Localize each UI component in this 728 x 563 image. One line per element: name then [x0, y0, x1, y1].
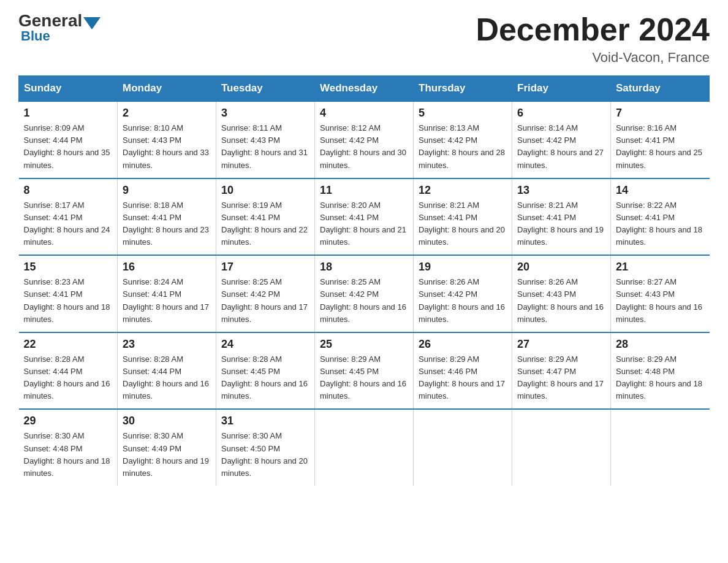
calendar-cell: 25 Sunrise: 8:29 AM Sunset: 4:45 PM Dayl… [315, 332, 414, 410]
day-info: Sunrise: 8:23 AM Sunset: 4:41 PM Dayligh… [24, 276, 113, 326]
day-number: 24 [221, 338, 309, 351]
title-area: December 2024 Void-Vacon, France [476, 12, 710, 66]
header-tuesday: Tuesday [216, 76, 315, 102]
calendar-cell: 31 Sunrise: 8:30 AM Sunset: 4:50 PM Dayl… [216, 409, 315, 486]
calendar-cell: 1 Sunrise: 8:09 AM Sunset: 4:44 PM Dayli… [19, 101, 118, 178]
day-info: Sunrise: 8:26 AM Sunset: 4:42 PM Dayligh… [419, 276, 507, 326]
calendar-cell: 12 Sunrise: 8:21 AM Sunset: 4:41 PM Dayl… [414, 178, 512, 256]
day-number: 2 [123, 107, 211, 120]
calendar-cell: 3 Sunrise: 8:11 AM Sunset: 4:43 PM Dayli… [216, 101, 315, 178]
calendar-cell: 20 Sunrise: 8:26 AM Sunset: 4:43 PM Dayl… [512, 255, 611, 332]
calendar-cell: 28 Sunrise: 8:29 AM Sunset: 4:48 PM Dayl… [611, 332, 710, 410]
day-number: 3 [221, 107, 309, 120]
day-number: 13 [517, 184, 605, 197]
calendar-cell: 16 Sunrise: 8:24 AM Sunset: 4:41 PM Dayl… [118, 255, 216, 332]
header-thursday: Thursday [414, 76, 512, 102]
calendar-cell: 26 Sunrise: 8:29 AM Sunset: 4:46 PM Dayl… [414, 332, 512, 410]
day-number: 26 [419, 338, 507, 351]
day-info: Sunrise: 8:25 AM Sunset: 4:42 PM Dayligh… [221, 276, 309, 326]
calendar-cell: 7 Sunrise: 8:16 AM Sunset: 4:41 PM Dayli… [611, 101, 710, 178]
day-info: Sunrise: 8:29 AM Sunset: 4:48 PM Dayligh… [616, 353, 705, 403]
day-number: 22 [24, 338, 113, 351]
calendar-cell: 10 Sunrise: 8:19 AM Sunset: 4:41 PM Dayl… [216, 178, 315, 256]
header: General Blue December 2024 Void-Vacon, F… [18, 12, 710, 66]
calendar-cell: 30 Sunrise: 8:30 AM Sunset: 4:49 PM Dayl… [118, 409, 216, 486]
day-number: 21 [616, 261, 705, 274]
day-number: 25 [320, 338, 408, 351]
day-info: Sunrise: 8:30 AM Sunset: 4:49 PM Dayligh… [123, 430, 211, 480]
day-number: 27 [517, 338, 605, 351]
day-number: 31 [221, 415, 309, 427]
calendar-cell [315, 409, 414, 486]
day-number: 12 [419, 184, 507, 197]
calendar-cell: 24 Sunrise: 8:28 AM Sunset: 4:45 PM Dayl… [216, 332, 315, 410]
day-info: Sunrise: 8:29 AM Sunset: 4:47 PM Dayligh… [517, 353, 605, 403]
day-info: Sunrise: 8:26 AM Sunset: 4:43 PM Dayligh… [517, 276, 605, 326]
calendar-cell [512, 409, 611, 486]
logo-general-text: General [18, 12, 82, 29]
day-info: Sunrise: 8:29 AM Sunset: 4:46 PM Dayligh… [419, 353, 507, 403]
header-wednesday: Wednesday [315, 76, 414, 102]
calendar-header: Sunday Monday Tuesday Wednesday Thursday… [19, 76, 710, 102]
logo-blue-text: Blue [18, 28, 50, 44]
calendar-cell: 5 Sunrise: 8:13 AM Sunset: 4:42 PM Dayli… [414, 101, 512, 178]
calendar-cell: 6 Sunrise: 8:14 AM Sunset: 4:42 PM Dayli… [512, 101, 611, 178]
day-number: 15 [24, 261, 113, 274]
day-info: Sunrise: 8:24 AM Sunset: 4:41 PM Dayligh… [123, 276, 211, 326]
day-number: 6 [517, 107, 605, 120]
day-number: 8 [24, 184, 113, 197]
day-number: 7 [616, 107, 705, 120]
day-number: 23 [123, 338, 211, 351]
day-number: 19 [419, 261, 507, 274]
day-info: Sunrise: 8:30 AM Sunset: 4:50 PM Dayligh… [221, 430, 309, 480]
calendar-cell: 9 Sunrise: 8:18 AM Sunset: 4:41 PM Dayli… [118, 178, 216, 256]
calendar-cell: 15 Sunrise: 8:23 AM Sunset: 4:41 PM Dayl… [19, 255, 118, 332]
day-info: Sunrise: 8:10 AM Sunset: 4:43 PM Dayligh… [123, 122, 211, 172]
calendar-cell: 21 Sunrise: 8:27 AM Sunset: 4:43 PM Dayl… [611, 255, 710, 332]
calendar-cell: 2 Sunrise: 8:10 AM Sunset: 4:43 PM Dayli… [118, 101, 216, 178]
calendar-cell: 23 Sunrise: 8:28 AM Sunset: 4:44 PM Dayl… [118, 332, 216, 410]
day-info: Sunrise: 8:09 AM Sunset: 4:44 PM Dayligh… [24, 122, 113, 172]
day-info: Sunrise: 8:13 AM Sunset: 4:42 PM Dayligh… [419, 122, 507, 172]
calendar-title: December 2024 [476, 12, 710, 47]
calendar-cell: 22 Sunrise: 8:28 AM Sunset: 4:44 PM Dayl… [19, 332, 118, 410]
day-info: Sunrise: 8:30 AM Sunset: 4:48 PM Dayligh… [24, 430, 113, 480]
day-number: 30 [123, 415, 211, 427]
calendar-cell: 29 Sunrise: 8:30 AM Sunset: 4:48 PM Dayl… [19, 409, 118, 486]
calendar-cell: 18 Sunrise: 8:25 AM Sunset: 4:42 PM Dayl… [315, 255, 414, 332]
day-info: Sunrise: 8:21 AM Sunset: 4:41 PM Dayligh… [419, 199, 507, 249]
day-info: Sunrise: 8:20 AM Sunset: 4:41 PM Dayligh… [320, 199, 408, 249]
day-info: Sunrise: 8:17 AM Sunset: 4:41 PM Dayligh… [24, 199, 113, 249]
day-number: 10 [221, 184, 309, 197]
day-info: Sunrise: 8:28 AM Sunset: 4:44 PM Dayligh… [123, 353, 211, 403]
day-info: Sunrise: 8:28 AM Sunset: 4:44 PM Dayligh… [24, 353, 113, 403]
day-info: Sunrise: 8:25 AM Sunset: 4:42 PM Dayligh… [320, 276, 408, 326]
header-saturday: Saturday [611, 76, 710, 102]
calendar-cell [414, 409, 512, 486]
header-sunday: Sunday [19, 76, 118, 102]
calendar-cell [611, 409, 710, 486]
calendar-cell: 27 Sunrise: 8:29 AM Sunset: 4:47 PM Dayl… [512, 332, 611, 410]
day-number: 17 [221, 261, 309, 274]
day-info: Sunrise: 8:28 AM Sunset: 4:45 PM Dayligh… [221, 353, 309, 403]
header-friday: Friday [512, 76, 611, 102]
calendar-cell: 14 Sunrise: 8:22 AM Sunset: 4:41 PM Dayl… [611, 178, 710, 256]
day-number: 1 [24, 107, 113, 120]
day-info: Sunrise: 8:11 AM Sunset: 4:43 PM Dayligh… [221, 122, 309, 172]
calendar-cell: 11 Sunrise: 8:20 AM Sunset: 4:41 PM Dayl… [315, 178, 414, 256]
day-number: 5 [419, 107, 507, 120]
calendar-cell: 8 Sunrise: 8:17 AM Sunset: 4:41 PM Dayli… [19, 178, 118, 256]
header-monday: Monday [118, 76, 216, 102]
day-info: Sunrise: 8:27 AM Sunset: 4:43 PM Dayligh… [616, 276, 705, 326]
day-info: Sunrise: 8:16 AM Sunset: 4:41 PM Dayligh… [616, 122, 705, 172]
calendar-body: 1 Sunrise: 8:09 AM Sunset: 4:44 PM Dayli… [19, 101, 710, 486]
calendar-cell: 13 Sunrise: 8:21 AM Sunset: 4:41 PM Dayl… [512, 178, 611, 256]
calendar-table: Sunday Monday Tuesday Wednesday Thursday… [18, 75, 710, 486]
calendar-cell: 19 Sunrise: 8:26 AM Sunset: 4:42 PM Dayl… [414, 255, 512, 332]
logo-arrow-icon [83, 17, 100, 29]
day-info: Sunrise: 8:21 AM Sunset: 4:41 PM Dayligh… [517, 199, 605, 249]
day-info: Sunrise: 8:18 AM Sunset: 4:41 PM Dayligh… [123, 199, 211, 249]
logo: General Blue [18, 12, 102, 44]
day-info: Sunrise: 8:22 AM Sunset: 4:41 PM Dayligh… [616, 199, 705, 249]
day-info: Sunrise: 8:29 AM Sunset: 4:45 PM Dayligh… [320, 353, 408, 403]
